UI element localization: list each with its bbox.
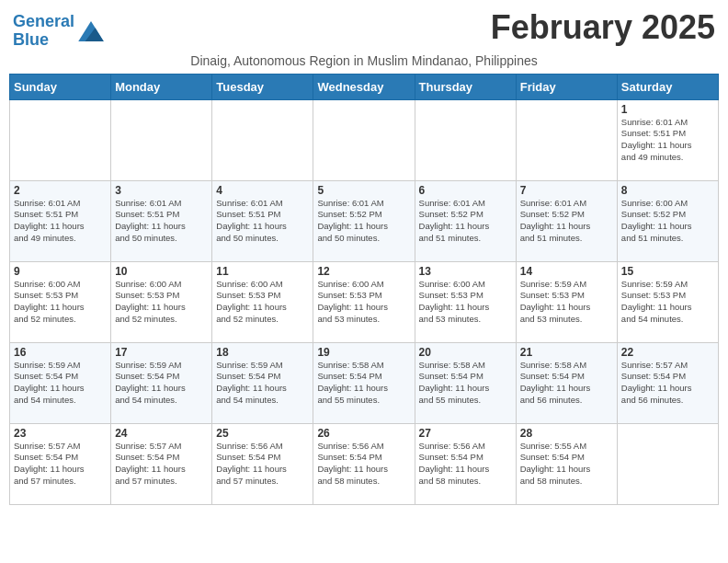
day-info: Sunrise: 6:00 AM Sunset: 5:52 PM Dayligh…	[621, 198, 714, 245]
day-info: Sunrise: 6:00 AM Sunset: 5:53 PM Dayligh…	[216, 279, 309, 326]
day-number: 22	[621, 346, 714, 359]
title-block: February 2025	[491, 9, 715, 46]
day-info: Sunrise: 6:01 AM Sunset: 5:51 PM Dayligh…	[216, 198, 309, 245]
calendar-cell: 6Sunrise: 6:01 AM Sunset: 5:52 PM Daylig…	[415, 180, 516, 261]
logo-general: General	[13, 12, 74, 30]
day-number: 25	[216, 427, 309, 440]
calendar-cell: 21Sunrise: 5:58 AM Sunset: 5:54 PM Dayli…	[516, 342, 617, 423]
calendar-cell: 23Sunrise: 5:57 AM Sunset: 5:54 PM Dayli…	[10, 423, 111, 504]
calendar-cell: 5Sunrise: 6:01 AM Sunset: 5:52 PM Daylig…	[313, 180, 415, 261]
day-number: 28	[520, 427, 613, 440]
calendar-cell: 16Sunrise: 5:59 AM Sunset: 5:54 PM Dayli…	[10, 342, 111, 423]
day-info: Sunrise: 5:56 AM Sunset: 5:54 PM Dayligh…	[419, 441, 512, 488]
calendar-cell: 4Sunrise: 6:01 AM Sunset: 5:51 PM Daylig…	[212, 180, 313, 261]
day-info: Sunrise: 5:58 AM Sunset: 5:54 PM Dayligh…	[317, 360, 410, 407]
day-info: Sunrise: 6:00 AM Sunset: 5:53 PM Dayligh…	[317, 279, 410, 326]
calendar-cell: 24Sunrise: 5:57 AM Sunset: 5:54 PM Dayli…	[111, 423, 212, 504]
calendar-cell: 28Sunrise: 5:55 AM Sunset: 5:54 PM Dayli…	[516, 423, 617, 504]
day-number: 1	[621, 103, 714, 116]
day-number: 13	[419, 265, 512, 278]
calendar-header-row: SundayMondayTuesdayWednesdayThursdayFrid…	[10, 74, 719, 99]
calendar-cell: 25Sunrise: 5:56 AM Sunset: 5:54 PM Dayli…	[212, 423, 313, 504]
day-number: 26	[317, 427, 410, 440]
calendar-cell: 18Sunrise: 5:59 AM Sunset: 5:54 PM Dayli…	[212, 342, 313, 423]
logo: General Blue	[13, 13, 104, 50]
subtitle: Dinaig, Autonomous Region in Muslim Mind…	[9, 53, 719, 68]
calendar-cell: 15Sunrise: 5:59 AM Sunset: 5:53 PM Dayli…	[617, 261, 718, 342]
day-number: 19	[317, 346, 410, 359]
calendar-cell: 19Sunrise: 5:58 AM Sunset: 5:54 PM Dayli…	[313, 342, 415, 423]
calendar-cell: 27Sunrise: 5:56 AM Sunset: 5:54 PM Dayli…	[415, 423, 516, 504]
day-number: 5	[317, 184, 410, 197]
day-number: 11	[216, 265, 309, 278]
day-info: Sunrise: 5:58 AM Sunset: 5:54 PM Dayligh…	[419, 360, 512, 407]
day-number: 27	[419, 427, 512, 440]
calendar-table: SundayMondayTuesdayWednesdayThursdayFrid…	[9, 74, 719, 505]
calendar-week-row: 23Sunrise: 5:57 AM Sunset: 5:54 PM Dayli…	[10, 423, 719, 504]
day-number: 17	[115, 346, 208, 359]
calendar-week-row: 1Sunrise: 6:01 AM Sunset: 5:51 PM Daylig…	[10, 99, 719, 180]
logo-blue: Blue	[13, 30, 49, 49]
day-info: Sunrise: 5:55 AM Sunset: 5:54 PM Dayligh…	[520, 441, 613, 488]
day-number: 8	[621, 184, 714, 197]
header-wednesday: Wednesday	[313, 74, 415, 99]
calendar-cell: 2Sunrise: 6:01 AM Sunset: 5:51 PM Daylig…	[10, 180, 111, 261]
day-number: 20	[419, 346, 512, 359]
calendar-week-row: 16Sunrise: 5:59 AM Sunset: 5:54 PM Dayli…	[10, 342, 719, 423]
calendar-cell: 11Sunrise: 6:00 AM Sunset: 5:53 PM Dayli…	[212, 261, 313, 342]
calendar-cell	[111, 99, 212, 180]
header-monday: Monday	[111, 74, 212, 99]
calendar-cell	[313, 99, 415, 180]
calendar-week-row: 2Sunrise: 6:01 AM Sunset: 5:51 PM Daylig…	[10, 180, 719, 261]
month-title: February 2025	[491, 9, 715, 46]
day-number: 15	[621, 265, 714, 278]
calendar-cell	[516, 99, 617, 180]
header-friday: Friday	[516, 74, 617, 99]
day-number: 2	[14, 184, 107, 197]
calendar-cell: 17Sunrise: 5:59 AM Sunset: 5:54 PM Dayli…	[111, 342, 212, 423]
day-info: Sunrise: 6:00 AM Sunset: 5:53 PM Dayligh…	[115, 279, 208, 326]
calendar-cell: 1Sunrise: 6:01 AM Sunset: 5:51 PM Daylig…	[617, 99, 718, 180]
page-header: General Blue February 2025	[9, 9, 719, 50]
day-info: Sunrise: 6:01 AM Sunset: 5:51 PM Dayligh…	[14, 198, 107, 245]
day-info: Sunrise: 5:57 AM Sunset: 5:54 PM Dayligh…	[621, 360, 714, 407]
day-info: Sunrise: 6:01 AM Sunset: 5:51 PM Dayligh…	[115, 198, 208, 245]
day-number: 12	[317, 265, 410, 278]
day-info: Sunrise: 5:59 AM Sunset: 5:54 PM Dayligh…	[216, 360, 309, 407]
day-number: 6	[419, 184, 512, 197]
logo-icon	[78, 21, 104, 41]
header-tuesday: Tuesday	[212, 74, 313, 99]
day-info: Sunrise: 5:56 AM Sunset: 5:54 PM Dayligh…	[216, 441, 309, 488]
day-info: Sunrise: 6:00 AM Sunset: 5:53 PM Dayligh…	[14, 279, 107, 326]
calendar-cell: 14Sunrise: 5:59 AM Sunset: 5:53 PM Dayli…	[516, 261, 617, 342]
day-number: 23	[14, 427, 107, 440]
day-number: 16	[14, 346, 107, 359]
calendar-cell: 9Sunrise: 6:00 AM Sunset: 5:53 PM Daylig…	[10, 261, 111, 342]
day-number: 7	[520, 184, 613, 197]
calendar-cell: 13Sunrise: 6:00 AM Sunset: 5:53 PM Dayli…	[415, 261, 516, 342]
day-number: 10	[115, 265, 208, 278]
calendar-cell: 12Sunrise: 6:00 AM Sunset: 5:53 PM Dayli…	[313, 261, 415, 342]
day-number: 3	[115, 184, 208, 197]
day-number: 9	[14, 265, 107, 278]
calendar-cell	[212, 99, 313, 180]
day-info: Sunrise: 5:56 AM Sunset: 5:54 PM Dayligh…	[317, 441, 410, 488]
day-info: Sunrise: 5:59 AM Sunset: 5:53 PM Dayligh…	[520, 279, 613, 326]
day-number: 21	[520, 346, 613, 359]
calendar-cell	[415, 99, 516, 180]
calendar-cell: 26Sunrise: 5:56 AM Sunset: 5:54 PM Dayli…	[313, 423, 415, 504]
calendar-cell: 10Sunrise: 6:00 AM Sunset: 5:53 PM Dayli…	[111, 261, 212, 342]
day-info: Sunrise: 6:01 AM Sunset: 5:52 PM Dayligh…	[520, 198, 613, 245]
calendar-cell	[10, 99, 111, 180]
day-number: 14	[520, 265, 613, 278]
day-number: 24	[115, 427, 208, 440]
calendar-cell	[617, 423, 718, 504]
day-info: Sunrise: 5:57 AM Sunset: 5:54 PM Dayligh…	[115, 441, 208, 488]
day-info: Sunrise: 5:59 AM Sunset: 5:54 PM Dayligh…	[115, 360, 208, 407]
header-thursday: Thursday	[415, 74, 516, 99]
day-info: Sunrise: 5:59 AM Sunset: 5:53 PM Dayligh…	[621, 279, 714, 326]
calendar-week-row: 9Sunrise: 6:00 AM Sunset: 5:53 PM Daylig…	[10, 261, 719, 342]
day-info: Sunrise: 5:59 AM Sunset: 5:54 PM Dayligh…	[14, 360, 107, 407]
header-sunday: Sunday	[10, 74, 111, 99]
day-number: 4	[216, 184, 309, 197]
